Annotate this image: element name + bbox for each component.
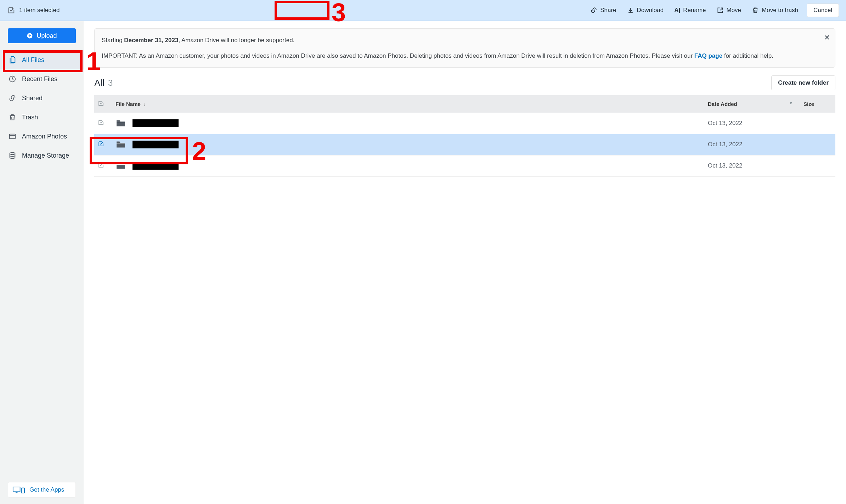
select-all-checkbox[interactable]	[94, 95, 112, 113]
col-label: Date Added	[708, 101, 737, 107]
deprecation-notice: ✕ Starting December 31, 2023, Amazon Dri…	[94, 28, 835, 68]
svg-rect-5	[21, 488, 24, 493]
notice-line1: Starting December 31, 2023, Amazon Drive…	[102, 36, 814, 45]
download-label: Download	[637, 7, 664, 14]
sidebar-item-label: All Files	[22, 56, 44, 64]
sidebar-item-label: Recent Files	[22, 75, 57, 83]
row-checkbox[interactable]	[94, 155, 112, 176]
sidebar-item-trash[interactable]: Trash	[0, 108, 84, 127]
create-folder-button[interactable]: Create new folder	[771, 75, 835, 90]
notice-text: IMPORTANT: As an Amazon customer, your p…	[102, 52, 694, 59]
redacted-name	[132, 141, 179, 148]
move-to-trash-button[interactable]: Move to trash	[750, 4, 800, 17]
folder-icon	[115, 140, 126, 149]
selection-actions: Share Download A| Rename Move Move to tr…	[588, 4, 839, 17]
file-name	[132, 141, 179, 148]
upload-button[interactable]: Upload	[8, 28, 76, 43]
size	[800, 113, 835, 134]
sort-down-icon: ↓	[143, 102, 146, 107]
row-checkbox[interactable]	[94, 113, 112, 134]
sidebar-item-recent[interactable]: Recent Files	[0, 69, 84, 89]
column-size-header[interactable]: Size	[800, 95, 835, 113]
content-area: ✕ Starting December 31, 2023, Amazon Dri…	[84, 21, 846, 504]
file-table: File Name ↓ Date Added ▼ Size	[94, 95, 835, 177]
size	[800, 134, 835, 155]
sidebar-item-all-files[interactable]: All Files	[0, 50, 84, 69]
column-name-header[interactable]: File Name ↓	[112, 95, 704, 113]
date-added: Oct 13, 2022	[704, 155, 800, 176]
folder-icon	[115, 119, 126, 128]
trash-label: Move to trash	[762, 7, 798, 14]
sidebar-item-shared[interactable]: Shared	[0, 89, 84, 108]
sidebar-item-label: Trash	[22, 114, 38, 121]
item-count: 3	[108, 78, 113, 88]
faq-link[interactable]: FAQ page	[694, 52, 722, 59]
cancel-button[interactable]: Cancel	[807, 4, 839, 17]
notice-date: December 31, 2023	[124, 37, 178, 44]
main-area: Upload All Files Recent Files Shared Tra…	[0, 21, 846, 504]
sidebar-item-label: Shared	[22, 95, 43, 102]
col-label: File Name	[115, 101, 141, 107]
link-icon	[9, 94, 16, 102]
selection-toolbar: 1 item selected Share Download A| Rename…	[0, 0, 846, 21]
close-icon[interactable]: ✕	[824, 32, 830, 43]
redacted-name	[132, 162, 179, 170]
clock-icon	[9, 75, 16, 83]
sidebar-item-photos[interactable]: Amazon Photos	[0, 127, 84, 146]
file-name	[132, 162, 179, 169]
sidebar-item-label: Manage Storage	[22, 152, 69, 159]
notice-text: Starting	[102, 37, 124, 44]
date-added: Oct 13, 2022	[704, 134, 800, 155]
size	[800, 155, 835, 176]
move-label: Move	[727, 7, 741, 14]
rename-button[interactable]: A| Rename	[672, 4, 708, 17]
selected-check-icon	[7, 6, 16, 15]
get-apps-label: Get the Apps	[29, 486, 64, 493]
upload-label: Upload	[36, 32, 57, 40]
notice-text: for additional help.	[722, 52, 773, 59]
table-header-row: File Name ↓ Date Added ▼ Size	[94, 95, 835, 113]
share-label: Share	[600, 7, 616, 14]
notice-text: , Amazon Drive will no longer be support…	[178, 37, 294, 44]
devices-icon	[12, 486, 25, 494]
sort-caret-icon: ▼	[789, 101, 793, 105]
download-button[interactable]: Download	[625, 4, 666, 17]
storage-icon	[9, 152, 16, 159]
svg-point-3	[10, 153, 15, 155]
photos-icon	[9, 132, 16, 140]
rename-label: Rename	[683, 7, 706, 14]
sidebar-item-label: Amazon Photos	[22, 133, 67, 140]
page-title: All	[94, 78, 105, 89]
content-title-row: All 3 Create new folder	[94, 75, 835, 90]
svg-rect-2	[10, 134, 16, 139]
table-row[interactable]: Oct 13, 2022	[94, 134, 835, 155]
file-name	[132, 119, 179, 126]
date-added: Oct 13, 2022	[704, 113, 800, 134]
get-apps-button[interactable]: Get the Apps	[8, 482, 76, 498]
table-row[interactable]: Oct 13, 2022	[94, 155, 835, 176]
move-button[interactable]: Move	[715, 4, 744, 17]
selection-info: 1 item selected	[7, 6, 60, 15]
share-button[interactable]: Share	[588, 4, 618, 17]
row-checkbox[interactable]	[94, 134, 112, 155]
column-date-header[interactable]: Date Added ▼	[704, 95, 800, 113]
svg-rect-4	[13, 487, 20, 492]
redacted-name	[132, 119, 179, 127]
trash-icon	[9, 113, 16, 121]
folder-icon	[115, 162, 126, 170]
sidebar-item-storage[interactable]: Manage Storage	[0, 146, 84, 165]
table-row[interactable]: Oct 13, 2022	[94, 113, 835, 134]
selection-count: 1 item selected	[19, 7, 60, 14]
sidebar: Upload All Files Recent Files Shared Tra…	[0, 21, 84, 504]
col-label: Size	[803, 101, 814, 107]
notice-line2: IMPORTANT: As an Amazon customer, your p…	[102, 51, 814, 61]
files-icon	[9, 56, 16, 64]
